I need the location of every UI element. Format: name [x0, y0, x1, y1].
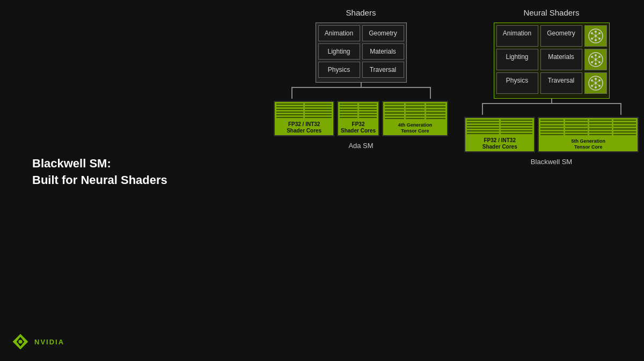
ada-sm-label: Ada SM: [348, 142, 373, 150]
blackwell-col1-label-bot: Shader Cores: [466, 144, 533, 150]
g: [276, 109, 303, 110]
neural-shader-row-1: Animation Geometry: [496, 25, 607, 47]
svg-line-11: [592, 33, 596, 36]
svg-line-14: [592, 36, 596, 39]
g: [467, 120, 499, 121]
shader-cell-traversal: Traversal: [362, 62, 404, 78]
headline: Blackwell SM: Built for Neural Shaders: [32, 156, 167, 189]
g: [426, 106, 445, 107]
blackwell-col2-grid: [539, 118, 638, 137]
g: [305, 104, 332, 105]
g: [385, 115, 404, 116]
ada-col1-label-top: FP32 / INT32: [276, 121, 332, 128]
g: [305, 112, 332, 113]
g: [276, 106, 303, 107]
g: [467, 125, 499, 126]
g: [613, 122, 636, 123]
g: [276, 104, 303, 105]
neural-shader-cell-physics: Physics: [496, 72, 538, 94]
blackwell-sm-label: Blackwell SM: [531, 158, 572, 166]
shaders-title: Shaders: [346, 8, 376, 17]
neural-shaders-title: Neural Shaders: [523, 8, 579, 17]
g: [340, 117, 357, 118]
g: [276, 112, 303, 113]
g: [426, 115, 445, 116]
g: [340, 114, 357, 115]
svg-line-27: [596, 57, 599, 60]
g: [385, 106, 404, 107]
svg-point-2: [18, 340, 22, 343]
ada-col1-label: FP32 / INT32 Shader Cores: [275, 120, 333, 135]
g: [406, 118, 425, 119]
ada-col-fp32int32: FP32 / INT32 Shader Cores: [274, 101, 334, 136]
ada-col2-label: FP32 Shader Cores: [338, 120, 378, 135]
g: [406, 112, 425, 113]
g: [501, 122, 533, 123]
g: [540, 122, 563, 123]
g: [406, 106, 425, 107]
neural-shader-cell-traversal: Traversal: [540, 72, 582, 94]
g: [340, 109, 357, 110]
g: [589, 126, 612, 127]
ada-col1-label-bot: Shader Cores: [276, 128, 332, 134]
g: [385, 104, 404, 105]
g: [613, 128, 636, 129]
g: [540, 134, 563, 135]
svg-line-43: [596, 83, 599, 86]
ada-col2-grid: [338, 102, 378, 120]
shader-cell-geometry: Geometry: [362, 25, 404, 41]
svg-line-15: [596, 36, 599, 39]
g: [406, 104, 425, 105]
blackwell-col2-label-top: 5th Generation: [540, 138, 636, 144]
g: [613, 131, 636, 132]
ada-col3-label: 4th Generation Tensor Core: [383, 121, 447, 135]
svg-line-41: [596, 80, 599, 83]
g: [589, 120, 612, 121]
shader-row-1: Animation Geometry: [318, 25, 404, 41]
g: [276, 117, 303, 118]
blackwell-col-fp32int32: FP32 / INT32 Shader Cores: [464, 117, 535, 152]
shaders-connector: [274, 83, 448, 99]
g: [589, 131, 612, 132]
svg-line-25: [592, 57, 596, 60]
neural-shaders-half: Neural Shaders Animation Geometry: [464, 8, 639, 329]
neural-shader-cell-lighting: Lighting: [496, 49, 538, 70]
g: [501, 133, 533, 134]
g: [340, 104, 357, 105]
g: [426, 104, 445, 105]
nvidia-logo: NVIDIA: [11, 332, 64, 351]
g: [501, 128, 533, 129]
headline-line1: Blackwell SM:: [32, 156, 167, 172]
g: [565, 134, 588, 135]
g: [565, 131, 588, 132]
blackwell-sm-columns: FP32 / INT32 Shader Cores 5th Generation…: [464, 117, 639, 152]
svg-line-13: [596, 33, 599, 36]
connector-vert: [361, 83, 362, 87]
svg-line-42: [592, 83, 596, 86]
neural-shader-cell-animation: Animation: [496, 25, 538, 47]
neural-network-icon-1: [588, 28, 604, 44]
blackwell-col2-label: 5th Generation Tensor Core: [539, 137, 638, 151]
g: [589, 128, 612, 129]
g: [359, 106, 377, 107]
g: [467, 128, 499, 129]
neural-connector: [464, 99, 639, 115]
neural-icon-2: [584, 49, 607, 70]
ada-col2-label-bot: Shader Cores: [339, 128, 377, 134]
g: [565, 122, 588, 123]
neural-icon-3: [584, 72, 607, 94]
shader-cell-physics: Physics: [318, 62, 360, 78]
g: [340, 106, 357, 107]
blackwell-col-tensor: 5th Generation Tensor Core: [538, 117, 639, 152]
g: [359, 109, 377, 110]
g: [305, 117, 332, 118]
g: [540, 131, 563, 132]
g: [565, 120, 588, 121]
blackwell-col2-label-bot: Tensor Core: [540, 144, 636, 150]
g: [589, 122, 612, 123]
ada-col3-label-top: 4th Generation: [384, 122, 446, 128]
g: [540, 128, 563, 129]
neural-icon-1: [584, 25, 607, 47]
ada-col2-label-top: FP32: [339, 121, 377, 128]
g: [613, 134, 636, 135]
